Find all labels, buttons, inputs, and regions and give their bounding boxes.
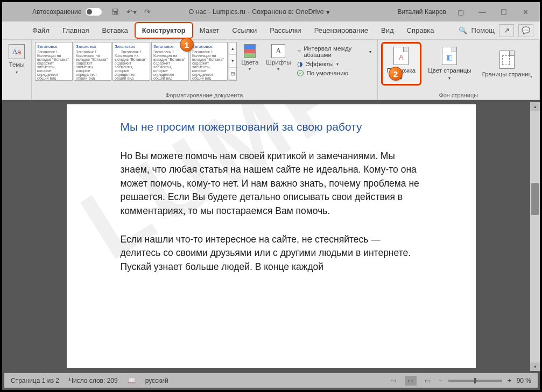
page-color-icon: ◧ xyxy=(442,47,457,65)
tab-file[interactable]: Файл xyxy=(26,23,56,38)
page-borders-button[interactable]: Границы страниц xyxy=(478,42,536,85)
tab-help[interactable]: Справка xyxy=(400,23,441,38)
close-icon[interactable]: ✕ xyxy=(516,4,534,19)
autosave-toggle[interactable] xyxy=(86,8,102,16)
watermark-icon: A xyxy=(393,47,409,65)
spacing-icon: ≡ xyxy=(297,48,301,55)
check-icon: ✓ xyxy=(297,70,304,76)
zoom-in-icon[interactable]: + xyxy=(508,377,511,384)
save-icon[interactable]: 🖫 xyxy=(111,8,119,16)
callout-badge-1: 1 xyxy=(180,38,194,52)
tab-insert[interactable]: Вставка xyxy=(95,23,134,38)
undo-icon[interactable]: ↶▾ xyxy=(126,8,137,16)
style-preview[interactable]: ЗаголовокЗаголовок 1Коллекция на вкладке… xyxy=(74,42,111,81)
style-preview[interactable]: ЗаголовокЗаголовок 1Коллекция на вкладке… xyxy=(190,42,228,81)
user-name[interactable]: Виталий Каиров xyxy=(397,8,446,16)
page-indicator[interactable]: Страница 1 из 2 xyxy=(11,377,59,384)
ribbon: Aa Темы ▾ ЗаголовокЗаголовок 1Коллекция … xyxy=(2,40,540,100)
scroll-up-icon[interactable]: ▴ xyxy=(530,102,540,111)
share-button[interactable]: ↗ xyxy=(499,24,514,37)
fonts-label: Шрифты xyxy=(266,59,291,66)
style-gallery[interactable]: ЗаголовокЗаголовок 1Коллекция на вкладке… xyxy=(35,42,228,81)
maximize-icon[interactable]: ☐ xyxy=(495,4,513,19)
page-borders-icon xyxy=(499,51,515,69)
colors-button[interactable]: Цвета▾ xyxy=(238,42,262,81)
watermark-button[interactable]: A Подложка ▾ xyxy=(381,42,422,85)
gallery-scroll[interactable]: ▴▾⊟ xyxy=(229,42,237,81)
zoom-level[interactable]: 90 % xyxy=(517,377,531,384)
read-mode-icon[interactable]: ▭ xyxy=(388,376,399,386)
themes-button[interactable]: Aa Темы ▾ xyxy=(5,42,28,77)
colors-label: Цвета xyxy=(241,59,258,66)
group-label-bg: Фон страницы xyxy=(381,91,536,98)
web-layout-icon[interactable]: ▭ xyxy=(422,376,434,386)
tab-layout[interactable]: Макет xyxy=(193,23,226,38)
document-page[interactable]: LUMPI Мы не просим пожертвований за свою… xyxy=(67,104,476,368)
callout-badge-2: 2 xyxy=(389,67,403,81)
proofing-icon[interactable]: 📖 xyxy=(128,377,136,384)
scrollbar-thumb[interactable] xyxy=(531,183,539,215)
set-default-button[interactable]: ✓По умолчанию xyxy=(297,70,371,76)
title-bar: Автосохранение 🖫 ↶▾ ↷ О нас - Lumpics.ru… xyxy=(2,2,540,22)
document-title: О нас - Lumpics.ru - Сохранено в: OneDri… xyxy=(188,8,329,16)
document-area[interactable]: LUMPI Мы не просим пожертвований за свою… xyxy=(2,100,540,373)
style-preview[interactable]: ЗаголовокЗаголовок 1Коллекция на вкладке… xyxy=(112,42,150,81)
tab-references[interactable]: Ссылки xyxy=(226,23,264,38)
vertical-scrollbar[interactable]: ▴ ▾ xyxy=(530,102,540,371)
comments-button[interactable]: 💬 xyxy=(518,24,533,37)
group-label-format: Форматирование документа xyxy=(35,91,374,98)
themes-icon: Aa xyxy=(9,44,25,59)
tab-design[interactable]: Конструктор xyxy=(135,22,193,39)
zoom-out-icon[interactable]: − xyxy=(439,377,443,384)
tell-me-icon[interactable]: 🔍 xyxy=(459,26,467,34)
language-indicator[interactable]: русский xyxy=(145,377,168,384)
word-count[interactable]: Число слов: 209 xyxy=(69,377,118,384)
zoom-slider[interactable] xyxy=(448,380,502,382)
document-heading: Мы не просим пожертвований за свою работ… xyxy=(121,120,422,133)
tab-mailings[interactable]: Рассылки xyxy=(263,23,307,38)
tab-home[interactable]: Главная xyxy=(56,23,95,38)
effects-icon: ◑ xyxy=(297,60,302,68)
scroll-down-icon[interactable]: ▾ xyxy=(530,362,540,371)
minimize-icon[interactable]: — xyxy=(473,4,491,19)
document-paragraph: Если нашли что-то интересное на сайте, н… xyxy=(121,233,422,274)
status-bar: Страница 1 из 2 Число слов: 209 📖 русски… xyxy=(4,373,538,388)
paragraph-spacing-button[interactable]: ≡Интервал между абзацами▾ xyxy=(297,45,371,58)
tab-view[interactable]: Вид xyxy=(375,23,400,38)
autosave-label: Автосохранение xyxy=(32,8,81,16)
themes-label: Темы xyxy=(9,61,25,68)
tell-me-label[interactable]: Помощ xyxy=(471,26,495,34)
redo-icon[interactable]: ↷ xyxy=(144,8,151,16)
autosave-section: Автосохранение xyxy=(32,8,102,16)
document-paragraph: Но Вы можете помочь нам своей критикой и… xyxy=(121,149,422,218)
tab-review[interactable]: Рецензирование xyxy=(308,23,375,38)
page-borders-label: Границы страниц xyxy=(482,71,532,77)
page-color-label: Цвет страницы xyxy=(428,67,471,74)
doc-name: О нас - Lumpics.ru xyxy=(188,8,245,16)
page-color-button[interactable]: ◧ Цвет страницы ▾ xyxy=(424,42,475,85)
fonts-button[interactable]: A Шрифты▾ xyxy=(263,42,294,81)
print-layout-icon[interactable]: ▭ xyxy=(405,376,417,386)
effects-button[interactable]: ◑Эффекты▾ xyxy=(297,60,371,68)
quick-access-toolbar: 🖫 ↶▾ ↷ xyxy=(111,8,151,16)
saved-location: Сохранено в: OneDrive xyxy=(252,8,324,16)
ribbon-options-icon[interactable]: ▢ xyxy=(452,4,470,19)
style-preview[interactable]: ЗаголовокЗаголовок 1Коллекция на вкладке… xyxy=(35,42,73,81)
ribbon-tabs: Файл Главная Вставка Конструктор Макет С… xyxy=(2,22,540,40)
